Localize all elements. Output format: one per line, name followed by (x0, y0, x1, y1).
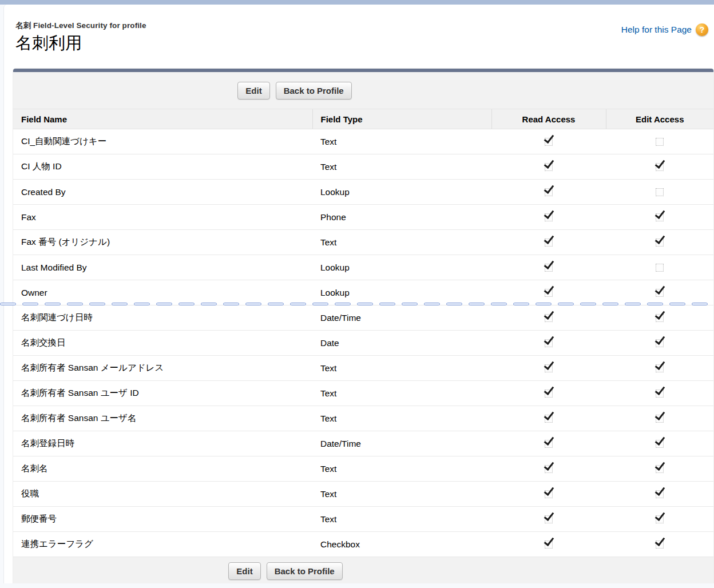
edit-access-cell (606, 230, 713, 255)
checkmark-icon (544, 435, 554, 446)
read-access-cell (491, 205, 606, 230)
table-row: Owner Lookup (13, 280, 713, 305)
edit-access-checkbox-icon (656, 339, 664, 347)
read-access-cell (491, 456, 606, 482)
table-row: Created By Lookup (13, 180, 713, 205)
read-access-checkbox-icon (545, 541, 553, 549)
field-name-cell: Created By (13, 180, 312, 205)
edit-access-checkbox-icon (656, 163, 664, 171)
checkmark-icon (544, 510, 554, 521)
read-access-checkbox-icon (545, 465, 553, 473)
read-access-checkbox-icon (545, 515, 553, 523)
edit-button-top[interactable]: Edit (237, 82, 269, 100)
checkmark-icon (655, 535, 665, 546)
edit-access-checkbox-icon (656, 440, 664, 448)
checkmark-icon (544, 183, 554, 194)
edit-access-cell (606, 255, 713, 280)
field-name-cell: Fax (13, 205, 312, 230)
read-access-cell (491, 507, 606, 532)
edit-access-checkbox-icon (656, 390, 664, 398)
field-type-cell: Text (312, 381, 491, 406)
checkmark-icon (544, 359, 554, 370)
field-type-cell: Date/Time (312, 431, 491, 456)
field-name-cell: Fax 番号 (オリジナル) (13, 230, 312, 255)
page-header: 名刺 Field-Level Security for profile 名刺利用 (15, 21, 146, 55)
field-name-cell: 名刺所有者 Sansan ユーザ ID (13, 381, 312, 406)
table-row: Last Modified By Lookup (13, 255, 713, 280)
dashed-scroll-divider (0, 303, 714, 307)
edit-access-checkbox-icon (656, 465, 664, 473)
edit-access-cell (606, 431, 713, 456)
field-type-cell: Lookup (312, 255, 491, 280)
read-access-checkbox-icon (545, 188, 553, 196)
table-row: 名刺交換日 Date (13, 331, 713, 356)
read-access-cell (491, 180, 606, 205)
checkmark-icon (544, 284, 554, 295)
checkmark-icon (544, 535, 554, 546)
checkmark-icon (544, 309, 554, 320)
help-area: Help for this Page ? (621, 23, 708, 36)
read-access-cell (491, 154, 606, 180)
checkmark-icon (655, 384, 665, 395)
edit-access-cell (606, 356, 713, 381)
field-type-cell: Text (312, 406, 491, 431)
edit-access-cell (606, 331, 713, 356)
edit-access-checkbox-icon (656, 188, 664, 196)
page-bottom-gap (0, 583, 714, 588)
top-button-bar: Edit Back to Profile (13, 72, 713, 109)
table-row: 名刺所有者 Sansan ユーザ ID Text (13, 381, 713, 406)
table-row: 名刺名 Text (13, 456, 713, 482)
field-name-cell: 名刺名 (13, 456, 312, 482)
read-access-cell (491, 532, 606, 557)
edit-access-checkbox-icon (656, 415, 664, 423)
field-type-cell: Lookup (312, 280, 491, 305)
read-access-cell (491, 129, 606, 154)
field-name-cell: 名刺所有者 Sansan ユーザ名 (13, 406, 312, 431)
checkmark-icon (655, 460, 665, 471)
field-name-cell: 名刺関連づけ日時 (13, 305, 312, 331)
help-question-icon[interactable]: ? (696, 23, 708, 36)
edit-access-checkbox-icon (656, 138, 664, 146)
read-access-cell (491, 431, 606, 456)
field-name-cell: CI 人物 ID (13, 154, 312, 180)
back-to-profile-button-top[interactable]: Back to Profile (276, 82, 352, 100)
edit-access-cell (606, 280, 713, 305)
read-access-cell (491, 381, 606, 406)
checkmark-icon (655, 510, 665, 521)
table-row: 名刺所有者 Sansan メールアドレス Text (13, 356, 713, 381)
page-content: 名刺 Field-Level Security for profile 名刺利用… (3, 5, 714, 588)
edit-access-checkbox-icon (656, 490, 664, 498)
field-name-cell: 名刺登録日時 (13, 431, 312, 456)
checkmark-icon (544, 208, 554, 219)
edit-access-cell (606, 305, 713, 331)
header-field-name: Field Name (13, 109, 312, 129)
checkmark-icon (655, 334, 665, 345)
edit-access-cell (606, 507, 713, 532)
edit-access-cell (606, 482, 713, 507)
checkmark-icon (655, 410, 665, 420)
field-name-cell: CI_自動関連づけキー (13, 129, 312, 154)
edit-access-checkbox-icon (656, 239, 664, 247)
edit-access-cell (606, 406, 713, 431)
table-row: 名刺関連づけ日時 Date/Time (13, 305, 713, 331)
checkmark-icon (655, 309, 665, 320)
read-access-checkbox-icon (545, 490, 553, 498)
table-row: 役職 Text (13, 482, 713, 507)
read-access-checkbox-icon (545, 390, 553, 398)
table-row: 名刺所有者 Sansan ユーザ名 Text (13, 406, 713, 431)
edit-access-checkbox-icon (656, 289, 664, 297)
help-link[interactable]: Help for this Page (621, 25, 692, 35)
field-type-cell: Phone (312, 205, 491, 230)
edit-access-cell (606, 381, 713, 406)
table-row: 郵便番号 Text (13, 507, 713, 532)
field-type-cell: Text (312, 482, 491, 507)
field-type-cell: Text (312, 230, 491, 255)
checkmark-icon (655, 435, 665, 446)
checkmark-icon (544, 158, 554, 169)
table-row: CI 人物 ID Text (13, 154, 713, 180)
edit-access-checkbox-icon (656, 264, 664, 272)
edit-button-bottom[interactable]: Edit (228, 562, 260, 580)
field-type-cell: Text (312, 356, 491, 381)
checkmark-icon (544, 133, 554, 144)
back-to-profile-button-bottom[interactable]: Back to Profile (267, 562, 343, 580)
